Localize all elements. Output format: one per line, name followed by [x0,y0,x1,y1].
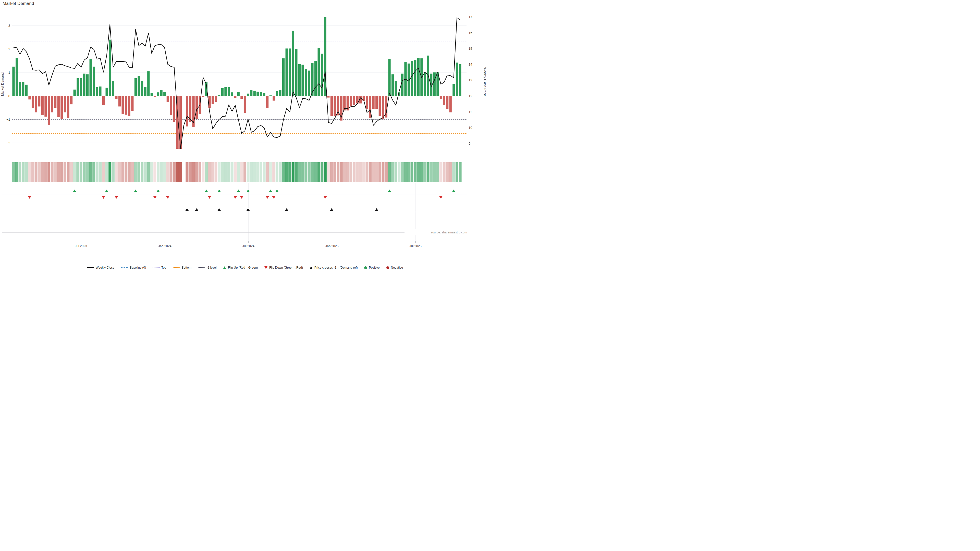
heatmap-cell [67,162,69,182]
demand-bar-positive [456,62,458,96]
heatmap-cell [308,162,310,182]
demand-bar-positive [99,86,101,96]
demand-bars [12,17,461,149]
legend-item-negative[interactable]: Negative [387,266,403,269]
flip-down-marker [153,196,156,199]
demand-bar-negative [167,96,169,102]
demand-bar-positive [452,84,455,96]
right-axis-tick: 11 [469,110,472,114]
dashed-line-swatch-icon [121,267,128,268]
demand-bar-negative [60,96,63,119]
flip-down-marker [240,196,243,199]
heatmap-cell [231,162,234,182]
flip-up-marker [156,189,160,192]
demand-bar-negative [128,96,130,116]
legend-item-positive[interactable]: Positive [364,266,380,269]
demand-bar-positive [302,65,304,96]
demand-bar-negative [240,96,243,99]
flip-up-marker [269,189,272,192]
demand-bar-negative [45,96,47,117]
demand-heatmap-strip [12,162,461,182]
heatmap-cell [420,162,423,182]
heatmap-cell [301,162,304,182]
demand-bar-positive [96,87,98,96]
demand-bar-positive [224,87,227,96]
x-axis-tick-label: Jul 2025 [409,245,422,248]
heatmap-cell [366,162,368,182]
demand-bar-positive [401,74,404,96]
heatmap-cell [327,162,330,182]
heatmap-cell [28,162,31,182]
flip-down-marker [324,196,327,199]
left-axis-tick: −2 [6,141,10,145]
heatmap-cell [340,162,343,182]
demand-bar-negative [212,96,214,104]
price-cross-marker [185,208,189,211]
demand-bar-positive [231,92,233,96]
heatmap-cell [452,162,455,182]
right-axis-tick: 16 [469,31,472,35]
demand-bar-negative [131,96,134,111]
legend-item-minus1-level[interactable]: -1 level [198,266,217,269]
demand-bar-negative [446,96,449,109]
flip-down-marker [28,196,31,199]
heatmap-cell [205,162,208,182]
heatmap-cell [153,162,156,182]
demand-bar-positive [163,92,165,96]
heatmap-cell [76,162,79,182]
heatmap-cell [199,162,201,182]
demand-bar-negative [35,96,37,112]
heatmap-cell [346,162,349,182]
flip-up-marker [237,189,240,192]
legend-item-flip-down[interactable]: Flip Down (Green→Red) [264,266,303,269]
heatmap-cell [375,162,378,182]
heatmap-cell [48,162,50,182]
heatmap-cell [134,162,137,182]
heatmap-cell [417,162,420,182]
heatmap-cell [118,162,121,182]
demand-bar-positive [109,40,111,96]
legend-item-weekly-close[interactable]: Weekly Close [87,266,115,269]
legend-item-price-crosses[interactable]: Price crosses -1 ↑ (Demand ref) [310,266,358,269]
legend-label: Flip Up (Red→Green) [228,266,258,269]
heatmap-cell [243,162,246,182]
heatmap-cell [128,162,130,182]
demand-bar-positive [83,74,85,96]
triangle-up-icon [223,266,226,269]
heatmap-cell [169,162,172,182]
heatmap-cell [202,162,204,182]
heatmap-cell [407,162,410,182]
demand-bar-positive [228,87,230,96]
price-cross-marker [246,208,250,211]
flip-up-marker [205,189,208,192]
legend-item-baseline[interactable]: Baseline (0) [121,266,146,269]
right-axis-tick: 10 [469,126,472,130]
demand-bar-negative [353,96,355,105]
legend-item-bottom[interactable]: Bottom [173,266,191,269]
legend-item-top[interactable]: Top [153,266,166,269]
legend-label: Top [161,266,166,269]
demand-bar-negative [331,96,333,116]
heatmap-cell [224,162,227,182]
heatmap-cell [359,162,362,182]
heatmap-cell [38,162,41,182]
heatmap-cell [83,162,86,182]
demand-bar-positive [250,90,252,96]
heatmap-cell [166,162,169,182]
heatmap-cell [343,162,346,182]
heatmap-cell [99,162,102,182]
heatmap-cell [388,162,391,182]
heatmap-cell [131,162,134,182]
heatmap-cell [41,162,44,182]
demand-bar-positive [256,92,259,96]
flip-down-marker [439,196,442,199]
demand-bar-negative [215,96,217,102]
demand-bar-positive [318,48,320,96]
demand-bar-positive [298,64,301,96]
heatmap-cell [439,162,442,182]
demand-bar-positive [305,69,307,96]
demand-bar-positive [80,78,82,96]
legend-item-flip-up[interactable]: Flip Up (Red→Green) [223,266,258,269]
demand-bar-negative [28,96,30,100]
right-axis-tick: 9 [469,141,470,145]
